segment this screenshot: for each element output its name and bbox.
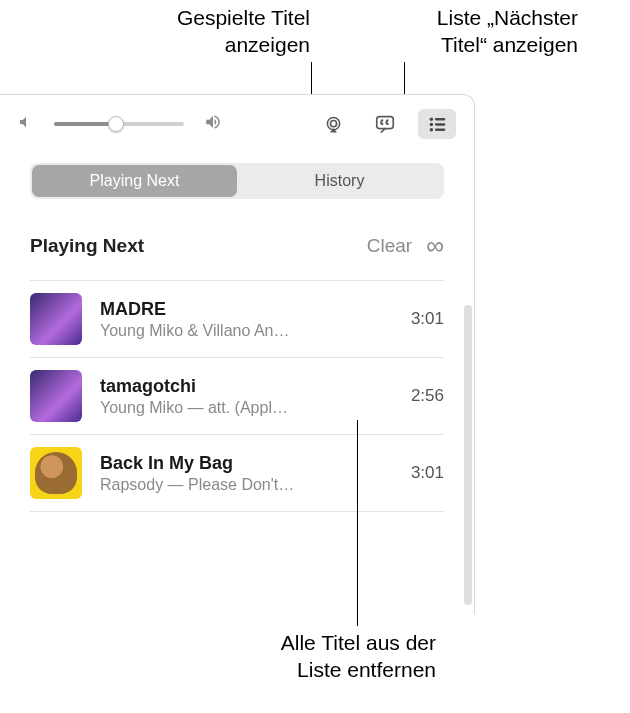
callout-line [357, 420, 358, 626]
heading-row: Playing Next Clear ∞ [30, 233, 444, 258]
svg-rect-6 [434, 123, 445, 125]
svg-point-7 [429, 128, 433, 132]
track-title: MADRE [100, 299, 397, 320]
track-row[interactable]: MADRE Young Miko & Villano An… 3:01 [30, 280, 444, 357]
callout-queue: Liste „Nächster Titel“ anzeigen [378, 4, 578, 59]
callout-history: Gespielte Titel anzeigen [120, 4, 310, 59]
segment-control: Playing Next History [30, 163, 444, 199]
tab-playing-next[interactable]: Playing Next [32, 165, 237, 197]
track-row[interactable]: Back In My Bag Rapsody — Please Don't… 3… [30, 434, 444, 511]
svg-point-0 [327, 117, 339, 129]
svg-point-3 [429, 117, 433, 121]
svg-rect-4 [434, 118, 445, 120]
track-row[interactable]: tamagotchi Young Miko — att. (Appl… 2:56 [30, 357, 444, 434]
track-duration: 3:01 [411, 309, 444, 329]
toolbar [0, 95, 474, 163]
svg-point-1 [330, 120, 336, 126]
section-heading: Playing Next [30, 235, 144, 257]
playing-next-panel: Playing Next History Playing Next Clear … [0, 94, 475, 614]
svg-rect-2 [377, 117, 394, 129]
track-duration: 2:56 [411, 386, 444, 406]
content-area: Playing Next History Playing Next Clear … [0, 163, 474, 512]
callout-clear: Alle Titel aus der Liste entfernen [176, 629, 436, 684]
volume-low-icon [18, 114, 34, 134]
queue-button[interactable] [418, 109, 456, 139]
track-title: Back In My Bag [100, 453, 397, 474]
track-subtitle: Young Miko & Villano An… [100, 322, 397, 340]
volume-slider[interactable] [54, 122, 184, 126]
scrollbar[interactable] [464, 305, 472, 605]
album-artwork [30, 447, 82, 499]
track-duration: 3:01 [411, 463, 444, 483]
track-list: MADRE Young Miko & Villano An… 3:01 tama… [30, 280, 444, 512]
svg-point-5 [429, 122, 433, 126]
svg-rect-8 [434, 128, 445, 130]
tab-history[interactable]: History [237, 165, 442, 197]
airplay-button[interactable] [314, 109, 352, 139]
track-title: tamagotchi [100, 376, 397, 397]
clear-button[interactable]: Clear [367, 235, 412, 257]
album-artwork [30, 293, 82, 345]
volume-high-icon [204, 113, 222, 135]
track-subtitle: Young Miko — att. (Appl… [100, 399, 397, 417]
track-subtitle: Rapsody — Please Don't… [100, 476, 397, 494]
lyrics-button[interactable] [366, 109, 404, 139]
autoplay-infinity-icon[interactable]: ∞ [426, 233, 444, 258]
album-artwork [30, 370, 82, 422]
